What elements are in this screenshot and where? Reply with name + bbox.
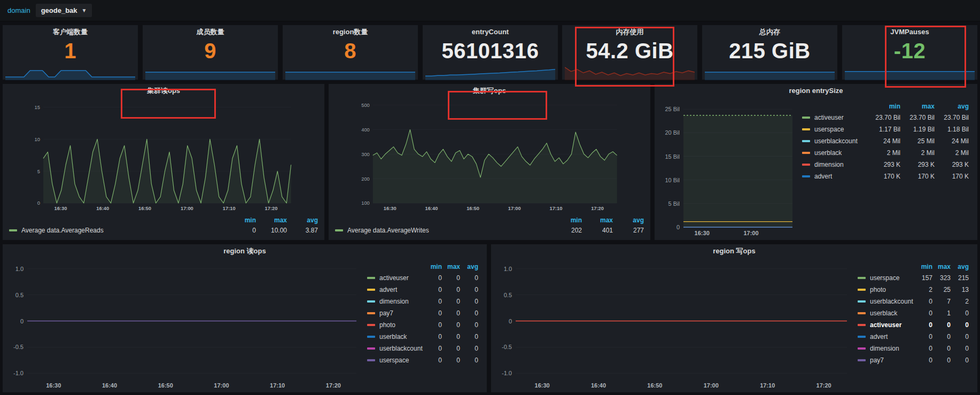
legend-row[interactable]: activeuser000: [367, 272, 478, 284]
stat-panel-title[interactable]: 总内存: [702, 25, 837, 39]
legend-header-max[interactable]: max: [582, 216, 613, 224]
legend-series-name[interactable]: pay7: [367, 309, 424, 317]
legend-series-label: userblackcount: [870, 298, 913, 305]
legend-row[interactable]: userspace1.17 Bil1.19 Bil1.18 Bil: [802, 123, 969, 135]
legend-row[interactable]: dimension293 K293 K293 K: [802, 159, 969, 171]
cluster-read-legend: minmaxavgAverage data.AverageReads010.00…: [3, 214, 324, 240]
legend-value-min: 2 Mil: [866, 149, 900, 157]
panel-title-region-read-ops[interactable]: region 读ops: [3, 244, 487, 258]
legend-series-name[interactable]: activeuser: [367, 274, 424, 282]
legend-row[interactable]: activeuser23.70 Bil23.70 Bil23.70 Bil: [802, 112, 969, 123]
legend-series-name[interactable]: advert: [367, 286, 424, 293]
legend-row[interactable]: userspace157323215: [858, 272, 969, 284]
stat-panel-title[interactable]: JVMPauses: [842, 25, 977, 39]
legend-series-name[interactable]: photo: [367, 321, 424, 329]
svg-text:200: 200: [361, 176, 370, 182]
legend-row[interactable]: userspace000: [367, 354, 478, 366]
legend-header-avg[interactable]: avg: [287, 216, 318, 224]
legend-row[interactable]: Average data.AverageReads010.003.87: [9, 225, 318, 236]
svg-text:10 Bil: 10 Bil: [665, 177, 680, 183]
legend-row[interactable]: advert000: [858, 331, 969, 343]
legend-series-name[interactable]: dimension: [802, 161, 866, 168]
legend-series-name[interactable]: dimension: [367, 298, 424, 305]
legend-header-min[interactable]: min: [424, 263, 442, 270]
svg-text:16:50: 16:50: [466, 206, 479, 211]
legend-series-label: userblackcount: [379, 345, 423, 352]
cluster-write-chart: 10020030040050016:3016:4016:5017:0017:10…: [332, 98, 647, 212]
legend-row[interactable]: dimension000: [858, 343, 969, 354]
legend-series-name[interactable]: userblack: [858, 309, 914, 317]
svg-text:-0.5: -0.5: [13, 344, 24, 350]
legend-series-label: pay7: [870, 357, 884, 364]
legend-series-name[interactable]: Average data.AverageReads: [9, 227, 225, 234]
legend-row[interactable]: pay7000: [367, 307, 478, 319]
legend-series-name[interactable]: userblack: [802, 149, 866, 157]
legend-series-name[interactable]: userblackcount: [802, 137, 866, 145]
stat-panel-title[interactable]: 客户端数量: [3, 25, 138, 39]
legend-row[interactable]: pay7000: [858, 354, 969, 366]
legend-value-min: 170 K: [866, 173, 900, 180]
legend-header-max[interactable]: max: [932, 263, 951, 270]
panel-title-region-entry-size[interactable]: region entrySize: [655, 84, 977, 98]
legend-series-name[interactable]: pay7: [858, 357, 914, 364]
legend-value-min: 1.17 Bil: [866, 126, 900, 133]
legend-series-name[interactable]: userspace: [858, 274, 914, 282]
legend-value-max: 293 K: [900, 161, 935, 168]
legend-row[interactable]: advert170 K170 K170 K: [802, 171, 969, 182]
legend-row[interactable]: dimension000: [367, 296, 478, 307]
legend-row[interactable]: Average data.AverageWrites202401277: [335, 225, 644, 236]
legend-series-name[interactable]: activeuser: [802, 114, 866, 121]
legend-swatch: [335, 229, 343, 231]
legend-value-max: 0: [932, 357, 951, 364]
legend-series-name[interactable]: dimension: [858, 345, 914, 352]
legend-header-avg[interactable]: avg: [613, 216, 644, 224]
stat-panel-title[interactable]: entryCount: [423, 25, 558, 39]
svg-text:17:10: 17:10: [760, 382, 775, 389]
legend-series-name[interactable]: Average data.AverageWrites: [335, 227, 551, 234]
svg-text:10: 10: [35, 137, 40, 142]
legend-row[interactable]: advert000: [367, 284, 478, 296]
legend-header-avg[interactable]: avg: [460, 263, 478, 270]
legend-row[interactable]: photo000: [367, 319, 478, 331]
legend-series-name[interactable]: userspace: [802, 126, 866, 133]
legend-header-min[interactable]: min: [225, 216, 256, 224]
legend-series-label: photo: [870, 286, 886, 293]
legend-header-avg[interactable]: avg: [935, 103, 969, 110]
legend-series-name[interactable]: userblack: [367, 333, 424, 340]
legend-series-name[interactable]: userblackcount: [858, 298, 914, 305]
svg-text:16:30: 16:30: [695, 230, 710, 236]
panel-title-cluster-read-ops[interactable]: 集群读ops: [3, 84, 324, 98]
legend-row[interactable]: userblack000: [367, 331, 478, 343]
legend-row[interactable]: userblackcount24 Mil25 Mil24 Mil: [802, 135, 969, 147]
panel-title-region-write-ops[interactable]: region 写ops: [491, 244, 977, 258]
legend-header-max[interactable]: max: [256, 216, 287, 224]
legend-row[interactable]: userblackcount000: [367, 343, 478, 354]
panel-title-cluster-write-ops[interactable]: 集群写ops: [329, 84, 650, 98]
legend-series-name[interactable]: photo: [858, 286, 914, 293]
svg-text:17:10: 17:10: [270, 382, 285, 389]
legend-row[interactable]: userblack010: [858, 307, 969, 319]
legend-header-avg[interactable]: avg: [951, 263, 969, 270]
legend-header-max[interactable]: max: [442, 263, 460, 270]
legend-header-min[interactable]: min: [866, 103, 900, 110]
stat-panel-title[interactable]: region数量: [283, 25, 418, 39]
legend-row[interactable]: userblackcount072: [858, 296, 969, 307]
legend-series-name[interactable]: activeuser: [858, 321, 914, 329]
svg-text:0.5: 0.5: [15, 292, 24, 298]
legend-series-name[interactable]: advert: [858, 333, 914, 340]
legend-row[interactable]: activeuser000: [858, 319, 969, 331]
legend-row[interactable]: photo22513: [858, 284, 969, 296]
legend-row[interactable]: userblack2 Mil2 Mil2 Mil: [802, 147, 969, 159]
legend-header-min[interactable]: min: [551, 216, 582, 224]
legend-series-name[interactable]: advert: [802, 173, 866, 180]
legend-series-name[interactable]: userblackcount: [367, 345, 424, 352]
legend-header-min[interactable]: min: [914, 263, 932, 270]
svg-text:1.0: 1.0: [504, 266, 512, 272]
stat-panel-title[interactable]: 成员数量: [143, 25, 278, 39]
stat-panel-title[interactable]: 内存使用: [562, 25, 697, 39]
legend-series-name[interactable]: userspace: [367, 357, 424, 364]
stat-value: 56101316: [423, 39, 558, 63]
legend-header-max[interactable]: max: [900, 103, 935, 110]
domain-variable-dropdown[interactable]: geode_bak ▼: [36, 4, 92, 17]
domain-variable-value: geode_bak: [41, 6, 77, 14]
